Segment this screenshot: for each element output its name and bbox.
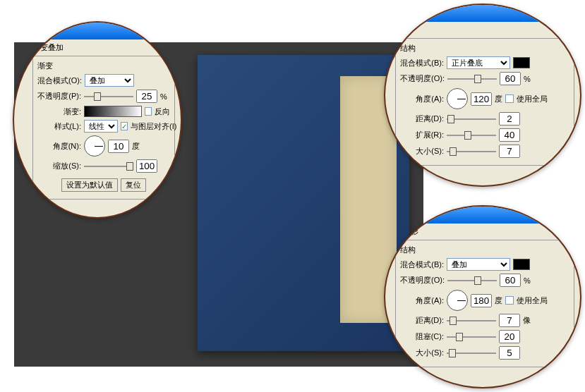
opacity-input[interactable] — [136, 90, 157, 103]
scale-slider[interactable] — [84, 162, 133, 171]
spread-label: 扩展(R): — [400, 130, 444, 140]
distance-label: 距离(D): — [400, 114, 444, 124]
distance-slider[interactable] — [447, 115, 496, 123]
angle-dial[interactable] — [447, 290, 468, 311]
inner-shadow-dialog: 内阴影 结构 混合模式(B): 叠加 不透明度(O): % 角度(A): 度 使… — [384, 205, 581, 388]
angle-dial[interactable] — [447, 88, 468, 109]
opacity-slider[interactable] — [447, 276, 497, 285]
spread-slider[interactable] — [447, 131, 496, 140]
opacity-unit: % — [160, 92, 167, 101]
color-swatch[interactable] — [513, 259, 530, 270]
spread-input[interactable] — [499, 128, 520, 142]
opacity-label: 不透明度(O): — [400, 73, 445, 84]
style-select[interactable]: 线性 — [84, 120, 118, 133]
distance-slider[interactable] — [447, 317, 496, 325]
opacity-label: 不透明度(P): — [37, 91, 81, 102]
group-title: 渐变 — [37, 61, 170, 71]
angle-unit: 度 — [132, 141, 140, 152]
blend-mode-select[interactable]: 叠加 — [85, 74, 134, 87]
blend-mode-label: 混合模式(B): — [400, 58, 444, 68]
book-cover — [198, 55, 409, 351]
set-default-button[interactable]: 设置为默认值 — [61, 178, 118, 192]
distance-label: 距离(D): — [400, 315, 444, 326]
section-title: 投影 — [395, 25, 574, 35]
reset-button[interactable]: 复位 — [121, 178, 146, 192]
blend-mode-select[interactable]: 叠加 — [447, 258, 510, 271]
angle-input[interactable] — [471, 294, 492, 307]
blend-mode-select[interactable]: 正片叠底 — [447, 56, 510, 69]
angle-unit: 度 — [495, 295, 502, 306]
opacity-label: 不透明度(O): — [400, 275, 445, 286]
size-slider[interactable] — [447, 349, 496, 357]
gradient-overlay-dialog: 渐变叠加 渐变 混合模式(O): 叠加 不透明度(P): % 渐变: 反向 样式… — [13, 21, 182, 219]
global-light-checkbox[interactable] — [505, 94, 514, 103]
angle-input[interactable] — [108, 140, 129, 153]
angle-label: 角度(A): — [400, 94, 444, 104]
angle-input[interactable] — [471, 92, 492, 106]
angle-label: 角度(N): — [37, 141, 81, 152]
scale-input[interactable] — [136, 159, 157, 173]
reverse-checkbox[interactable] — [145, 107, 152, 116]
group-title: 结构 — [400, 43, 569, 54]
opacity-input[interactable] — [500, 72, 521, 85]
blend-mode-label: 混合模式(B): — [400, 259, 444, 270]
choke-input[interactable] — [499, 330, 520, 343]
titlebar — [385, 5, 580, 22]
angle-unit: 度 — [495, 94, 502, 104]
style-label: 样式(L): — [37, 121, 81, 132]
choke-slider[interactable] — [447, 333, 496, 341]
global-light-checkbox[interactable] — [505, 296, 514, 305]
angle-dial[interactable] — [84, 135, 105, 157]
size-slider[interactable] — [447, 147, 496, 156]
gradient-label: 渐变: — [37, 106, 81, 117]
scale-label: 缩放(S): — [37, 161, 81, 171]
global-light-label: 使用全局 — [517, 295, 548, 306]
gradient-preview[interactable] — [84, 106, 142, 117]
reverse-label: 反向 — [155, 106, 170, 117]
color-swatch[interactable] — [513, 57, 530, 68]
group-title: 结构 — [400, 245, 569, 255]
choke-label: 阻塞(C): — [400, 331, 444, 342]
size-input[interactable] — [499, 346, 520, 360]
blend-mode-label: 混合模式(O): — [37, 75, 82, 86]
drop-shadow-dialog: 投影 结构 混合模式(B): 正片叠底 不透明度(O): % 角度(A): 度 … — [384, 4, 581, 187]
align-checkbox[interactable]: ✓ — [121, 122, 128, 130]
titlebar — [14, 23, 181, 39]
opacity-slider[interactable] — [84, 92, 133, 101]
opacity-input[interactable] — [500, 274, 521, 287]
distance-unit: 像 — [523, 315, 531, 326]
size-input[interactable] — [499, 145, 520, 158]
opacity-slider[interactable] — [447, 75, 497, 83]
opacity-unit: % — [524, 276, 531, 285]
align-label: 与图层对齐(I) — [131, 121, 176, 132]
angle-label: 角度(A): — [400, 295, 444, 306]
distance-input[interactable] — [499, 112, 520, 125]
global-light-label: 使用全局 — [517, 94, 548, 104]
section-title: 内阴影 — [395, 226, 574, 237]
opacity-unit: % — [524, 75, 531, 83]
distance-input[interactable] — [499, 314, 520, 327]
